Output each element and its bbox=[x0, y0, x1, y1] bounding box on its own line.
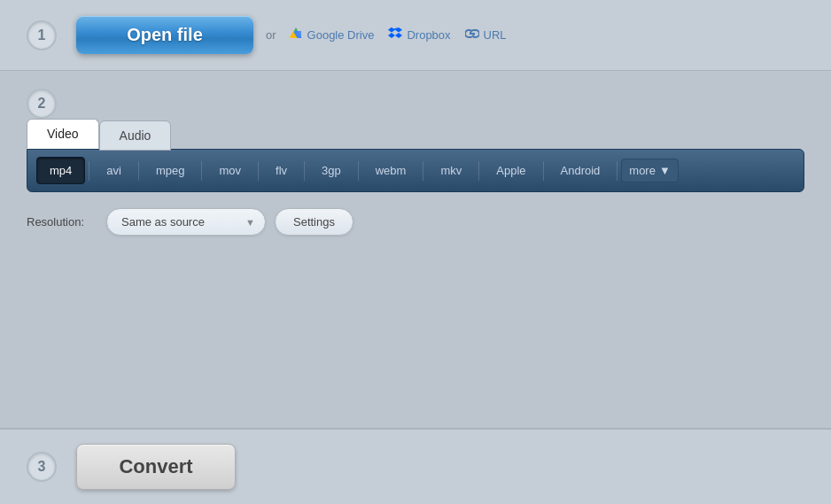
section-2: 2 Video Audio mp4 avi bbox=[0, 71, 831, 429]
resolution-select-wrapper: Same as source 4K (3840x2160) 1080p (192… bbox=[106, 208, 266, 236]
step-1-circle: 1 bbox=[27, 20, 57, 50]
format-apple[interactable]: Apple bbox=[483, 157, 539, 184]
open-file-button[interactable]: Open file bbox=[76, 16, 253, 54]
format-bar: mp4 avi mpeg mov flv bbox=[27, 149, 804, 192]
format-more-button[interactable]: more ▼ bbox=[621, 159, 679, 182]
divider-10 bbox=[617, 161, 617, 181]
convert-button[interactable]: Convert bbox=[76, 444, 236, 490]
url-icon bbox=[465, 27, 479, 43]
divider-7 bbox=[423, 161, 423, 181]
google-drive-icon bbox=[289, 27, 303, 43]
section-1: 1 Open file or bbox=[0, 0, 831, 71]
tab-video[interactable]: Video bbox=[27, 119, 99, 149]
format-android[interactable]: Android bbox=[548, 157, 614, 184]
step-3-circle: 3 bbox=[27, 452, 57, 482]
format-3gp[interactable]: 3gp bbox=[308, 157, 354, 184]
divider-9 bbox=[543, 161, 544, 181]
divider-3 bbox=[201, 161, 202, 181]
divider-1 bbox=[89, 161, 89, 181]
divider-2 bbox=[138, 161, 139, 181]
settings-button[interactable]: Settings bbox=[275, 208, 353, 236]
divider-8 bbox=[478, 161, 479, 181]
format-flv[interactable]: flv bbox=[262, 157, 300, 184]
format-mov[interactable]: mov bbox=[206, 157, 254, 184]
resolution-select[interactable]: Same as source 4K (3840x2160) 1080p (192… bbox=[106, 208, 266, 236]
tab-audio[interactable]: Audio bbox=[99, 120, 172, 151]
more-chevron-icon: ▼ bbox=[659, 164, 671, 177]
format-avi[interactable]: avi bbox=[93, 157, 135, 184]
dropbox-link[interactable]: Dropbox bbox=[388, 27, 450, 43]
step-2-circle: 2 bbox=[27, 89, 57, 119]
resolution-label: Resolution: bbox=[27, 215, 97, 229]
format-mp4[interactable]: mp4 bbox=[36, 157, 85, 184]
or-text: or bbox=[266, 28, 276, 42]
format-mkv[interactable]: mkv bbox=[427, 157, 475, 184]
section-3: 3 Convert bbox=[0, 429, 831, 504]
format-tabs: Video Audio bbox=[27, 119, 804, 149]
divider-4 bbox=[258, 161, 259, 181]
divider-5 bbox=[304, 161, 305, 181]
google-drive-link[interactable]: Google Drive bbox=[289, 27, 375, 43]
cloud-links: Google Drive Dropbox bbox=[289, 27, 507, 43]
resolution-row: Resolution: Same as source 4K (3840x2160… bbox=[27, 208, 804, 236]
format-webm[interactable]: webm bbox=[362, 157, 420, 184]
url-link[interactable]: URL bbox=[465, 27, 507, 43]
divider-6 bbox=[358, 161, 359, 181]
section-2-inner: Video Audio mp4 avi mpeg bbox=[27, 119, 804, 236]
format-mpeg[interactable]: mpeg bbox=[143, 157, 198, 184]
dropbox-icon bbox=[388, 27, 402, 43]
